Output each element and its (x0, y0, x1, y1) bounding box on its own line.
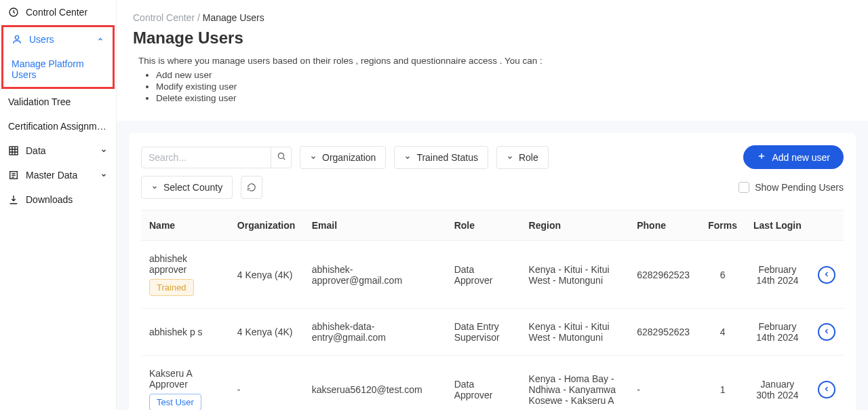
cell-action (810, 241, 844, 309)
cell-forms: 6 (700, 241, 745, 309)
col-organization: Organization (229, 210, 304, 241)
chevron-down-icon (100, 171, 108, 179)
chevron-left-icon (823, 269, 831, 280)
col-actions (810, 210, 844, 241)
desc-list: Add new user Modify existing user Delete… (156, 70, 852, 103)
nav-certification[interactable]: Certification Assignm… (0, 114, 116, 138)
nav-label-master-data: Master Data (26, 170, 77, 181)
search-wrap (141, 147, 292, 168)
filter-organization[interactable]: Organization (300, 146, 386, 169)
filter-role-label: Role (519, 152, 538, 163)
user-name: abhishek approver (149, 253, 221, 275)
status-badge: Test User (149, 394, 201, 410)
cell-email: abhishek-approver@gmail.com (304, 241, 446, 309)
user-icon (12, 34, 22, 45)
svg-point-1 (15, 36, 18, 39)
chevron-down-icon (507, 154, 513, 161)
toolbar: Organization Trained Status Role Add new… (141, 145, 844, 169)
dashboard-icon (8, 7, 19, 18)
cell-action (810, 309, 844, 356)
status-badge: Trained (149, 279, 194, 296)
cell-phone: - (629, 356, 700, 411)
filter-trained-label: Trained Status (416, 152, 478, 163)
nav-label-downloads: Downloads (26, 194, 73, 205)
main: Control Center / Manage Users Manage Use… (117, 0, 868, 410)
nav-downloads[interactable]: Downloads (0, 187, 116, 212)
nav-users[interactable]: Users (3, 27, 113, 52)
table-row: abhishek p s4 Kenya (4K)abhishek-data-en… (141, 309, 844, 356)
filter-county[interactable]: Select County (141, 176, 233, 199)
user-name: abhishek p s (149, 327, 221, 337)
breadcrumb-current: Manage Users (203, 12, 264, 23)
row-expand-button[interactable] (818, 323, 835, 341)
nav-manage-platform-users[interactable]: Manage Platform Users (3, 52, 113, 87)
toolbar-row-2: Select County Show Pending Users (141, 176, 844, 199)
breadcrumb-sep: / (195, 12, 203, 23)
nav-sublabel: Manage Platform Users (12, 58, 84, 80)
cell-email: kakserua56120@test.com (304, 356, 446, 411)
show-pending-wrap: Show Pending Users (738, 182, 844, 193)
chevron-left-icon (823, 327, 831, 337)
show-pending-label: Show Pending Users (755, 182, 844, 193)
add-new-user-button[interactable]: Add new user (743, 145, 844, 169)
nav-label-control-center: Control Center (26, 7, 87, 18)
chevron-down-icon (310, 154, 317, 161)
nav-data[interactable]: Data (0, 138, 116, 163)
breadcrumb-root[interactable]: Control Center (133, 12, 195, 23)
cell-action (810, 356, 844, 411)
nav-control-center[interactable]: Control Center (0, 0, 116, 24)
filter-trained[interactable]: Trained Status (394, 146, 488, 169)
chevron-down-icon (100, 147, 108, 155)
chevron-left-icon (823, 384, 831, 395)
cell-forms: 1 (700, 356, 745, 411)
search-icon (277, 151, 286, 163)
desc-bullet-3: Delete existing user (156, 93, 852, 103)
nav-label-data: Data (26, 145, 46, 156)
cell-last-login: February 14th 2024 (745, 241, 810, 309)
col-forms: Forms (700, 210, 745, 241)
cell-region: Kenya - Homa Bay - Ndhiwa - Kanyamwa Kos… (521, 356, 629, 411)
desc-bullet-2: Modify existing user (156, 81, 852, 92)
cell-forms: 4 (700, 309, 745, 356)
nav-label-validation: Validation Tree (8, 96, 71, 107)
cell-organization: - (229, 356, 304, 411)
search-input[interactable] (141, 147, 271, 168)
filter-county-label: Select County (163, 182, 222, 193)
svg-rect-2 (9, 147, 18, 155)
cell-phone: 6282952623 (629, 309, 700, 356)
table-header-row: Name Organization Email Role Region Phon… (141, 210, 844, 241)
col-role: Role (446, 210, 521, 241)
chevron-down-icon (404, 154, 411, 161)
cell-region: Kenya - Kitui - Kitui West - Mutonguni (521, 309, 629, 356)
cell-name: Kakseru A ApproverTest User (141, 356, 229, 411)
cell-last-login: January 30th 2024 (745, 356, 810, 411)
cell-region: Kenya - Kitui - Kitui West - Mutonguni (521, 241, 629, 309)
svg-point-4 (278, 153, 283, 158)
show-pending-checkbox[interactable] (738, 182, 749, 193)
add-label: Add new user (772, 152, 830, 163)
page-title: Manage Users (133, 29, 852, 48)
users-table: Name Organization Email Role Region Phon… (141, 210, 844, 410)
grid-icon (8, 145, 19, 156)
nav-master-data[interactable]: Master Data (0, 163, 116, 187)
row-expand-button[interactable] (818, 381, 835, 398)
card: Organization Trained Status Role Add new… (129, 133, 856, 410)
search-button[interactable] (271, 147, 292, 168)
sidebar: Control Center Users Manage Platform Use… (0, 0, 117, 410)
plus-icon (757, 151, 766, 163)
refresh-button[interactable] (241, 176, 262, 199)
user-name: Kakseru A Approver (149, 368, 221, 390)
cell-last-login: February 14th 2024 (745, 309, 810, 356)
refresh-icon (247, 183, 256, 192)
nav-label-certification: Certification Assignm… (8, 121, 106, 132)
col-phone: Phone (629, 210, 700, 241)
page-header: Control Center / Manage Users Manage Use… (117, 0, 868, 121)
filter-role[interactable]: Role (496, 146, 549, 169)
download-icon (8, 194, 19, 205)
cell-name: abhishek p s (141, 309, 229, 356)
cell-organization: 4 Kenya (4K) (229, 241, 304, 309)
col-last-login: Last Login (745, 210, 810, 241)
row-expand-button[interactable] (818, 266, 835, 284)
chevron-up-icon (96, 35, 104, 43)
nav-validation-tree[interactable]: Validation Tree (0, 90, 116, 114)
